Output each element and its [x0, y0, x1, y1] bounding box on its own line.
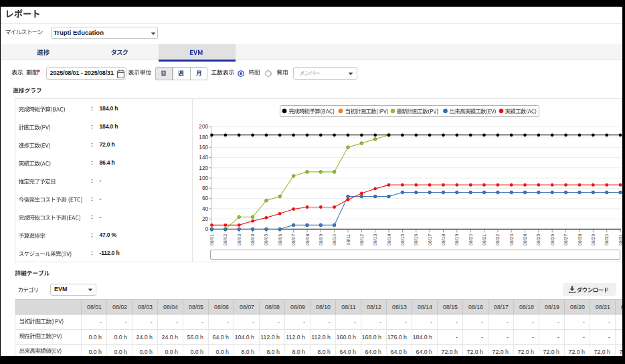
- svg-text:08/11: 08/11: [346, 234, 351, 246]
- svg-text:08/23: 08/23: [509, 234, 514, 246]
- svg-text:08/24: 08/24: [523, 234, 527, 246]
- svg-text:08/29: 08/29: [591, 234, 596, 246]
- svg-text:08/19: 08/19: [454, 234, 459, 246]
- svg-text:08/06: 08/06: [278, 234, 282, 246]
- svg-text:08/10: 08/10: [332, 234, 337, 246]
- svg-text:08/26: 08/26: [550, 234, 555, 246]
- svg-text:08/27: 08/27: [563, 234, 568, 246]
- svg-text:08/07: 08/07: [291, 234, 296, 246]
- svg-text:08/25: 08/25: [537, 234, 541, 246]
- svg-text:20: 20: [202, 216, 209, 222]
- svg-text:08/22: 08/22: [496, 234, 501, 246]
- svg-text:08/17: 08/17: [428, 234, 432, 246]
- svg-text:08/14: 08/14: [387, 234, 391, 246]
- svg-text:160: 160: [199, 145, 208, 151]
- svg-text:80: 80: [202, 185, 209, 191]
- svg-text:08/18: 08/18: [441, 234, 446, 246]
- svg-text:08/09: 08/09: [319, 234, 323, 246]
- svg-text:08/21: 08/21: [482, 234, 486, 246]
- svg-text:60: 60: [202, 195, 209, 201]
- svg-text:08/04: 08/04: [250, 234, 255, 246]
- svg-text:08/15: 08/15: [400, 234, 405, 246]
- svg-text:08/08: 08/08: [305, 234, 310, 246]
- svg-text:08/02: 08/02: [224, 234, 228, 246]
- svg-text:08/20: 08/20: [468, 234, 473, 246]
- svg-text:08/30: 08/30: [604, 234, 609, 246]
- svg-text:08/05: 08/05: [264, 234, 269, 246]
- svg-text:08/28: 08/28: [577, 234, 582, 246]
- svg-text:0: 0: [205, 226, 208, 232]
- svg-text:100: 100: [199, 175, 208, 181]
- svg-text:08/16: 08/16: [414, 234, 418, 246]
- svg-text:140: 140: [199, 155, 208, 161]
- svg-text:08/03: 08/03: [237, 234, 242, 246]
- svg-text:08/01: 08/01: [209, 234, 214, 246]
- svg-text:40: 40: [202, 206, 209, 212]
- svg-text:120: 120: [199, 165, 208, 171]
- svg-text:180: 180: [199, 134, 208, 141]
- svg-text:08/13: 08/13: [373, 234, 377, 246]
- svg-text:08/12: 08/12: [359, 234, 364, 246]
